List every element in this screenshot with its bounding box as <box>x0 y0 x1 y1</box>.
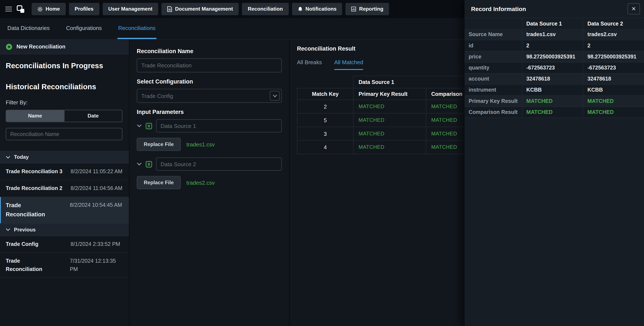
item-date: 8/2/2024 11:05:22 AM <box>71 168 123 176</box>
item-date: 8/2/2024 10:54:45 AM <box>70 201 123 219</box>
tab-data-dictionaries[interactable]: Data Dictionaries <box>6 18 50 39</box>
record-field-label: instrument <box>464 84 522 95</box>
chevron-down-icon[interactable] <box>137 162 142 166</box>
historical-title: Historical Reconciliations <box>6 83 123 91</box>
gear-icon <box>37 6 43 12</box>
record-value-ds1: 32478618 <box>522 73 583 84</box>
reconciliation-name-input[interactable] <box>137 58 282 72</box>
record-value-ds2: -672563723 <box>583 62 644 73</box>
configuration-select <box>137 89 282 103</box>
reconciliations-sidebar: New Reconciliation Reconciliations In Pr… <box>0 40 129 326</box>
bell-icon <box>298 6 302 12</box>
plus-circle-icon <box>6 43 12 50</box>
configuration-select-input[interactable] <box>137 89 282 103</box>
section-label: Today <box>14 154 29 160</box>
replace-file-row: Replace File trades2.csv <box>137 176 282 189</box>
reconciliation-list-item[interactable]: Trade Reconciliation 2 8/2/2024 11:04:56… <box>0 180 129 197</box>
replace-file-row: Replace File trades1.csv <box>137 138 282 151</box>
nav-label: Document Management <box>175 6 233 12</box>
nav-label: Reporting <box>359 6 383 12</box>
tab-all-breaks[interactable]: All Breaks <box>297 59 322 70</box>
excel-file-icon <box>146 122 152 129</box>
record-value-ds1: 2 <box>522 40 583 51</box>
filter-toggle-name[interactable]: Name <box>6 110 64 122</box>
reconciliation-list-item[interactable]: Trade Reconciliation 3 8/2/2024 11:05:22… <box>0 163 129 180</box>
input-parameters-label: Input Parameters <box>137 109 282 115</box>
input-parameter-row <box>137 157 282 171</box>
record-row-source-name: Source Name trades1.csv trades2.csv <box>464 29 644 40</box>
nav-button-notifications[interactable]: Notifications <box>292 3 342 15</box>
record-field-label: price <box>464 51 522 62</box>
primary-key-result-cell: MATCHED <box>354 140 426 154</box>
record-value-ds1: -672563723 <box>522 62 583 73</box>
record-header-data-source-1: Data Source 1 <box>522 18 583 29</box>
chevron-down-icon[interactable] <box>137 124 142 127</box>
nav-label: Profiles <box>75 6 94 12</box>
configuration-select-dropdown-button[interactable] <box>270 91 280 101</box>
tab-reconciliations[interactable]: Reconciliations <box>118 18 156 39</box>
close-icon[interactable]: ✕ <box>628 3 640 14</box>
uploaded-file-link[interactable]: trades1.csv <box>186 141 215 147</box>
section-header-previous[interactable]: Previous <box>0 224 129 236</box>
record-value-ds1: trades1.csv <box>522 29 583 40</box>
item-date: 8/1/2024 2:33:52 PM <box>71 240 123 248</box>
nav-button-reconciliation[interactable]: Reconciliation <box>242 3 288 15</box>
app-window: Home Profiles User Management Document M… <box>0 0 644 326</box>
reconciliation-list-item[interactable]: Trade Reconciliation 7/31/2024 12:13:35 … <box>0 253 129 278</box>
reconciliation-name-search-input[interactable] <box>6 128 122 140</box>
record-value-ds2: KCBB <box>583 84 644 95</box>
data-source-1-input[interactable] <box>156 119 282 132</box>
nav-button-reporting[interactable]: Reporting <box>346 3 389 15</box>
record-value-ds2: 98.27250003925391 <box>583 51 644 62</box>
data-source-2-input[interactable] <box>156 157 282 171</box>
record-field-label: Comparison Result <box>464 106 522 117</box>
match-key-cell: 2 <box>297 100 354 113</box>
reconciliation-list-item-selected[interactable]: Trade Reconciliation 8/2/2024 10:54:45 A… <box>0 197 129 224</box>
record-value-ds1: KCBB <box>522 84 583 95</box>
nav-button-document-management[interactable]: Document Management <box>162 3 239 15</box>
record-information-table: Data Source 1 Data Source 2 Source Name … <box>464 18 644 118</box>
record-value-ds1: 98.27250003925391 <box>522 51 583 62</box>
new-reconciliation-label: New Reconciliation <box>16 44 66 50</box>
replace-file-button[interactable]: Replace File <box>137 176 181 189</box>
app-logo-icon <box>16 5 25 13</box>
nav-button-home[interactable]: Home <box>32 3 66 15</box>
filter-toggle-date[interactable]: Date <box>64 110 122 122</box>
uploaded-file-link[interactable]: trades2.csv <box>186 180 215 186</box>
record-information-panel: Record Information ✕ Data Source 1 Data … <box>464 0 644 326</box>
excel-file-icon <box>146 161 152 168</box>
primary-key-result-cell: MATCHED <box>354 127 426 140</box>
item-name: Trade Reconciliation <box>6 201 54 219</box>
record-value-ds1: MATCHED <box>522 106 583 117</box>
nav-label: Home <box>46 6 60 12</box>
reconciliation-list-item[interactable]: Trade Config 8/1/2024 2:33:52 PM <box>0 236 129 253</box>
new-reconciliation-button[interactable]: New Reconciliation <box>0 40 129 54</box>
nav-button-profiles[interactable]: Profiles <box>69 3 99 15</box>
record-row-price: price 98.27250003925391 98.2725000392539… <box>464 51 644 62</box>
document-icon <box>167 6 172 12</box>
record-field-label: id <box>464 40 522 51</box>
section-header-today[interactable]: Today <box>0 151 129 163</box>
tab-configurations[interactable]: Configurations <box>65 18 102 39</box>
reconciliation-form-panel: Reconciliation Name Select Configuration… <box>129 40 290 326</box>
nav-button-user-management[interactable]: User Management <box>102 3 158 15</box>
record-value-ds2: 32478618 <box>583 73 644 84</box>
group-header-blank <box>297 76 354 88</box>
reconciliation-name-label: Reconciliation Name <box>137 48 282 54</box>
item-name: Trade Reconciliation 3 <box>6 168 67 176</box>
column-header-match-key: Match Key <box>297 88 354 100</box>
chevron-down-icon <box>6 155 10 158</box>
hamburger-menu-icon[interactable] <box>5 6 12 12</box>
tab-all-matched[interactable]: All Matched <box>334 59 364 70</box>
record-row-account: account 32478618 32478618 <box>464 73 644 84</box>
record-field-label: Primary Key Result <box>464 95 522 106</box>
replace-file-button[interactable]: Replace File <box>137 138 181 151</box>
primary-key-result-cell: MATCHED <box>354 113 426 127</box>
record-row-id: id 2 2 <box>464 40 644 51</box>
record-header-data-source-2: Data Source 2 <box>583 18 644 29</box>
nav-label: Notifications <box>306 6 336 12</box>
item-date: 8/2/2024 11:04:56 AM <box>71 184 123 193</box>
match-key-cell: 4 <box>297 140 354 154</box>
item-name: Trade Config <box>6 240 67 248</box>
record-information-title: Record Information <box>471 6 526 12</box>
